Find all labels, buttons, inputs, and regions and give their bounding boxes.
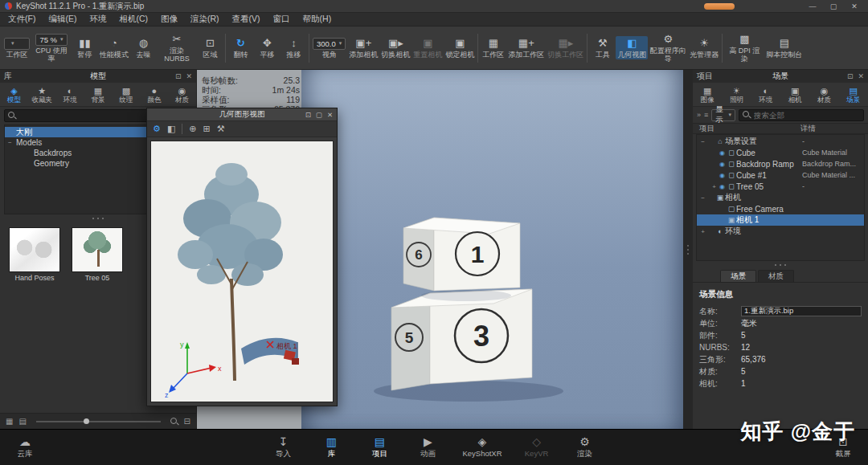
folder-view-icon[interactable]: ⊟: [184, 417, 190, 426]
menu-render[interactable]: 渲染(R): [184, 14, 226, 25]
minimize-button[interactable]: —: [802, 2, 823, 10]
dock-keyvr[interactable]: ◇ KeyVR: [523, 435, 551, 459]
project-tab-image[interactable]: ▦ 图像: [693, 83, 722, 106]
dock-project[interactable]: ▤ 项目: [366, 435, 393, 459]
project-tab-scene[interactable]: ▤ 场景: [839, 83, 868, 106]
toolbar-separator[interactable]: [477, 34, 478, 63]
gw-separator[interactable]: [182, 124, 182, 134]
library-tab-favorites[interactable]: ★ 收藏夹: [28, 83, 56, 106]
library-dock-button[interactable]: ⊡: [175, 72, 182, 80]
library-thumbnail[interactable]: Hand Poses: [8, 227, 61, 282]
project-tab-camera[interactable]: ▣ 相机: [780, 83, 809, 106]
thumbnail-view-icon[interactable]: ▦: [6, 417, 13, 426]
toolbar-scripting-console[interactable]: ▤ 脚本控制台: [764, 36, 804, 59]
menu-environment[interactable]: 环境: [83, 14, 113, 25]
project-dock-button[interactable]: ⊡: [847, 72, 854, 80]
toolbar-reset-camera[interactable]: ▣ 重置相机: [411, 36, 444, 59]
library-tab-materials[interactable]: ◉ 材质: [168, 83, 196, 106]
gw-float-button[interactable]: ▢: [316, 111, 322, 119]
toolbar-add-workspace[interactable]: ▦+ 添加工作区: [506, 36, 546, 59]
list-view-icon[interactable]: ▤: [18, 417, 26, 426]
toolbar-dolly[interactable]: ↕ 推移: [280, 36, 307, 59]
visibility-eye-icon[interactable]: ◉: [718, 149, 727, 157]
toolbar-light-manager[interactable]: ☀ 光管理器: [688, 36, 720, 59]
toolbar-render-nurbs[interactable]: ✂ 渲染NURBS: [157, 32, 197, 63]
visibility-eye-icon[interactable]: ◉: [718, 183, 727, 190]
chevrons-icon[interactable]: »: [697, 111, 701, 119]
gw-tools-button[interactable]: ⚒: [217, 124, 225, 134]
toolbar-workspace-preset[interactable]: 工作区: [2, 37, 31, 59]
menu-file[interactable]: 文件(F): [2, 14, 42, 25]
column-item[interactable]: 项目: [699, 124, 800, 134]
expander-icon[interactable]: +: [699, 228, 706, 235]
scene-search[interactable]: [739, 109, 864, 121]
toolbar-add-camera[interactable]: ▣+ 添加相机: [347, 36, 379, 59]
expander-icon[interactable]: +: [710, 183, 718, 190]
panel-splitter-dots[interactable]: [693, 261, 868, 269]
scene-subtab-material[interactable]: 材质: [758, 270, 794, 282]
library-close-button[interactable]: ✕: [186, 72, 192, 80]
dock-keyshotxr[interactable]: ◈ KeyShotXR: [462, 435, 502, 459]
toolbar-value-box[interactable]: 75 %: [35, 34, 67, 46]
gw-settings-button[interactable]: ⚙: [153, 124, 161, 134]
expander-icon[interactable]: −: [699, 138, 706, 145]
close-button[interactable]: ✕: [844, 2, 865, 10]
menu-view[interactable]: 查看(V): [226, 14, 267, 25]
scene-tree-row[interactable]: + ◐ 环境: [697, 226, 864, 237]
gw-snap-button[interactable]: ⊕: [189, 124, 196, 134]
toolbar-tools[interactable]: ⚒ 工具: [589, 36, 616, 59]
filter-icon[interactable]: ≡: [704, 111, 708, 119]
thumbnail-size-slider[interactable]: [36, 421, 161, 422]
toolbar-switch-workspace[interactable]: ▦▸ 切换工作区: [546, 36, 585, 59]
visibility-eye-icon[interactable]: ◉: [718, 161, 727, 168]
toolbar-tumble[interactable]: ↻ 翻转: [227, 36, 254, 59]
gw-close-button[interactable]: ✕: [327, 111, 333, 119]
scene-tree-row[interactable]: + ◉ ◻ Tree 05 -: [697, 181, 864, 192]
show-dropdown[interactable]: 显示: [711, 109, 735, 121]
dock-animation[interactable]: ▶ 动画: [414, 435, 441, 459]
camera-view-backdrop[interactable]: 5 3 6 1: [301, 70, 683, 429]
expander-icon[interactable]: −: [699, 194, 706, 202]
toolbar-switch-camera[interactable]: ▣▸ 切换相机: [379, 36, 411, 59]
visibility-eye-icon[interactable]: ◉: [718, 172, 727, 179]
expander-icon[interactable]: −: [8, 139, 16, 146]
toolbar-cpu-usage[interactable]: 75 % CPU 使用率: [31, 33, 72, 63]
gw-grid-button[interactable]: ⊞: [203, 124, 211, 134]
project-tab-environment[interactable]: ◐ 环境: [751, 83, 780, 106]
toolbar-pause[interactable]: ▮▮ 暂停: [72, 36, 98, 59]
toolbar-geometry-view[interactable]: ◧ 几何视图: [616, 36, 648, 59]
scene-tree-row[interactable]: ◉ ◻ Backdrop Ramp Backdrop Ram...: [697, 158, 864, 169]
geometry-window-titlebar[interactable]: 几何图形视图 ⊡▢✕: [147, 108, 337, 120]
library-tab-models[interactable]: ◈ 模型: [0, 83, 28, 106]
toolbar-lock-camera[interactable]: ▣ 锁定相机: [444, 36, 476, 59]
column-detail[interactable]: 详情: [800, 124, 862, 134]
library-tab-textures[interactable]: ▩ 纹理: [112, 83, 140, 106]
menu-camera[interactable]: 相机(C): [113, 14, 154, 25]
toolbar-workspace[interactable]: ▦ 工作区: [480, 36, 506, 59]
scene-tree-row[interactable]: ◉ ◻ Cube Cube Material: [697, 147, 864, 158]
library-tab-colors[interactable]: ● 颜色: [140, 83, 168, 106]
toolbar-high-dpi[interactable]: ▩ 高 DPI 渲染: [724, 32, 764, 63]
toolbar-separator[interactable]: [722, 34, 723, 63]
scene-tree-row[interactable]: ▣ 相机 1: [697, 214, 864, 226]
toolbar-value-box[interactable]: 300.0: [313, 38, 346, 50]
toolbar-pan[interactable]: ✥ 平移: [254, 36, 280, 59]
scene-tree-row[interactable]: − ▣ 相机: [697, 192, 864, 203]
project-tab-material[interactable]: ◉ 材质: [809, 83, 838, 106]
toolbar-separator[interactable]: [225, 34, 226, 63]
geometry-canvas[interactable]: 相机 1 y x z: [150, 141, 334, 402]
panel-splitter[interactable]: [683, 70, 693, 429]
dock-import[interactable]: ↧ 导入: [269, 435, 297, 459]
scene-tree-row[interactable]: ▢ Free Camera: [697, 203, 864, 214]
menu-edit[interactable]: 编辑(E): [42, 14, 83, 25]
toolbar-denoise[interactable]: ◍ 去噪: [130, 36, 157, 59]
library-tab-backplates[interactable]: ▦ 背景: [84, 83, 113, 106]
library-thumbnail[interactable]: Tree 05: [71, 227, 124, 282]
menu-help[interactable]: 帮助(H): [297, 14, 338, 25]
toolbar-separator[interactable]: [587, 34, 588, 63]
project-close-button[interactable]: ✕: [858, 72, 864, 80]
toolbar-separator[interactable]: [309, 34, 309, 63]
library-tab-environments[interactable]: ◐ 环境: [56, 83, 84, 106]
scene-search-input[interactable]: [754, 111, 860, 120]
menu-image[interactable]: 图像: [154, 14, 184, 25]
